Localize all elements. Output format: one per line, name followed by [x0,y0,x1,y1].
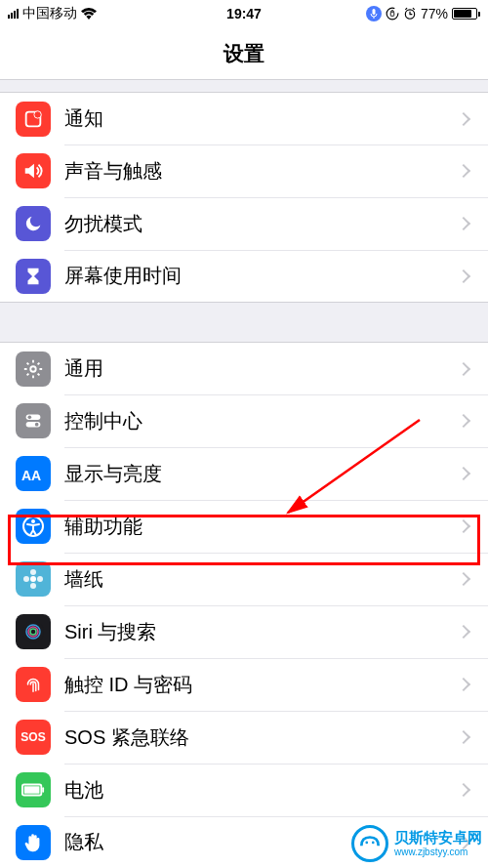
chevron-right-icon [457,414,470,428]
svg-point-13 [31,519,35,523]
row-label: 触控 ID 与密码 [64,672,459,698]
gear-icon [16,351,51,387]
watermark-logo-icon [351,825,388,862]
settings-row-general[interactable]: 通用 [0,342,488,394]
accessibility-icon [16,509,51,544]
settings-row-sos[interactable]: SOSSOS 紧急联络 [0,711,488,764]
voice-icon [366,6,382,21]
row-label: 墙纸 [64,566,459,593]
battery-percent: 77% [421,6,448,21]
svg-point-8 [28,416,32,420]
svg-rect-2 [390,12,394,16]
fingerprint-icon [16,667,51,702]
settings-row-sounds[interactable]: 声音与触感 [0,145,488,197]
svg-point-18 [37,576,43,582]
chevron-right-icon [457,572,470,586]
svg-point-6 [30,366,36,372]
notifications-icon [16,102,51,137]
settings-row-battery[interactable]: 电池 [0,764,488,816]
alarm-icon [403,7,417,21]
row-label: 显示与亮度 [64,461,459,487]
siri-icon [16,614,51,649]
settings-row-display[interactable]: AA显示与亮度 [0,447,488,500]
orientation-lock-icon [386,7,399,21]
status-left: 中国移动 [8,5,97,22]
svg-point-5 [34,110,41,117]
sos-icon: SOS [16,720,51,755]
battery-icon [452,8,480,20]
svg-point-16 [30,583,36,589]
watermark-url: www.zjbstyy.com [394,847,482,857]
svg-rect-24 [24,786,40,793]
chevron-right-icon [457,467,470,480]
text-size-icon: AA [16,456,51,491]
chevron-right-icon [457,361,470,375]
row-label: 勿扰模式 [64,211,459,237]
settings-row-accessibility[interactable]: 辅助功能 [0,500,488,553]
settings-row-siri[interactable]: Siri 与搜索 [0,605,488,658]
status-bar: 中国移动 19:47 77% [0,0,488,27]
row-label: 屏幕使用时间 [64,263,459,289]
switches-icon [16,403,51,438]
svg-point-28 [372,842,375,845]
status-right: 77% [366,6,480,21]
svg-point-17 [23,576,29,582]
sounds-icon [16,153,51,188]
watermark-brand: 贝斯特安卓网 [394,830,482,847]
svg-point-14 [30,576,36,582]
row-label: 通用 [64,355,459,382]
row-label: 电池 [64,777,459,804]
row-label: 辅助功能 [64,514,459,540]
flower-icon [16,561,51,597]
battery-icon [16,772,51,807]
status-time: 19:47 [226,6,262,21]
chevron-right-icon [457,519,470,533]
svg-point-27 [365,842,368,845]
chevron-right-icon [457,730,470,744]
settings-row-dnd[interactable]: 勿扰模式 [0,197,488,250]
chevron-right-icon [457,111,470,125]
svg-rect-0 [372,9,375,15]
chevron-right-icon [457,164,470,178]
svg-point-1 [386,8,398,20]
svg-point-10 [35,423,39,427]
settings-row-notifications[interactable]: 通知 [0,92,488,145]
row-label: 通知 [64,105,459,132]
chevron-right-icon [457,783,470,797]
settings-row-wallpaper[interactable]: 墙纸 [0,553,488,605]
settings-row-screentime[interactable]: 屏幕使用时间 [0,250,488,303]
watermark: 贝斯特安卓网 www.zjbstyy.com [351,825,482,862]
row-label: 声音与触感 [64,158,459,185]
row-label: SOS 紧急联络 [64,724,459,751]
nav-header: 设置 [0,27,488,80]
moon-icon [16,206,51,241]
row-label: Siri 与搜索 [64,619,459,645]
wifi-icon [81,8,97,20]
settings-row-controlcenter[interactable]: 控制中心 [0,394,488,447]
row-label: 控制中心 [64,408,459,434]
chevron-right-icon [457,269,470,282]
hourglass-icon [16,259,51,294]
chevron-right-icon [457,678,470,691]
svg-text:AA: AA [21,468,41,483]
carrier-label: 中国移动 [22,5,77,22]
svg-rect-25 [42,787,44,793]
signal-icon [8,9,19,19]
hand-icon [16,825,51,860]
chevron-right-icon [457,625,470,639]
page-title: 设置 [224,40,264,67]
svg-point-15 [30,569,36,575]
chevron-right-icon [457,217,470,230]
settings-row-touchid[interactable]: 触控 ID 与密码 [0,658,488,711]
